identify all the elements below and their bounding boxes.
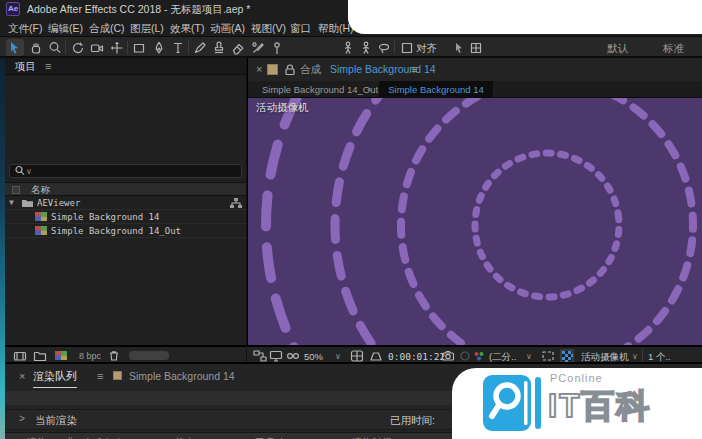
chevron-down-icon: ∨ [26,167,32,176]
viewer-comp-name[interactable]: Simple Background 14 [330,63,436,75]
close-icon[interactable]: × [19,370,25,382]
viewer-panel-label: 合成 [300,63,321,77]
zoom-level-dropdown[interactable]: 50% [304,351,323,362]
toolbar-separator [127,41,128,54]
snap-target-icon[interactable] [467,39,485,56]
subtab-inactive[interactable]: Simple Background 14_Out [262,84,378,95]
triangle-down-icon[interactable]: ▼ [9,198,14,207]
project-item-name: Simple Background 14 [51,212,159,222]
shape-tool-icon[interactable] [130,39,148,56]
type-tool-icon[interactable] [169,39,187,56]
camera-tool-icon[interactable] [88,39,106,56]
chevron-down-icon[interactable]: ∨ [526,352,532,361]
after-effects-window: Ae Adobe After Effects CC 2018 - 无标题项目.a… [0,0,702,439]
lock-icon[interactable] [283,63,297,76]
menu-view[interactable]: 视图(V) [251,22,286,36]
composition-thumb-icon [35,226,47,235]
menu-window[interactable]: 窗口 [290,22,311,36]
rotate-tool-icon[interactable] [69,39,87,56]
project-folder-row[interactable]: ▼ AEViewer [5,196,246,210]
workspace-standard[interactable]: 标准 [663,42,684,56]
tools-toolbar: 对齐 默认 标准 [0,37,702,58]
clone-stamp-tool-icon[interactable] [210,39,228,56]
watermark-title: IT百科 [548,384,651,429]
viewer-sub-tabs: Simple Background 14_Out < Simple Backgr… [248,81,702,98]
elapsed-time-label: 已用时间: [390,414,435,428]
toolbar-separator [65,41,66,54]
tab-render-queue[interactable]: 渲染队列 [33,369,77,388]
workspace-default[interactable]: 默认 [607,42,628,56]
white-corner-overlay [348,0,702,34]
menu-file[interactable]: 文件(F) [8,22,42,36]
brush-tool-icon[interactable] [191,39,209,56]
tab-composition[interactable]: Simple Background 14 [129,370,235,382]
menu-layer[interactable]: 图层(L) [130,22,164,36]
active-camera-overlay: 活动摄像机 [256,101,309,115]
menu-composition[interactable]: 合成(C) [89,22,125,36]
chevron-down-icon[interactable]: ∨ [632,352,638,361]
composition-viewer-panel: × 合成 Simple Background 14 ≡ Simple Backg… [247,58,702,345]
disclosure-icon[interactable]: > [19,413,25,424]
align-label: 对齐 [416,42,437,56]
align-checkbox[interactable] [398,39,416,56]
project-bottom-bar: 8 bpc [5,345,246,362]
search-icon [14,165,26,177]
ripples-svg [248,98,702,345]
project-item-name: Simple Background 14_Out [51,226,181,236]
current-render-label: 当前渲染 [35,414,77,428]
watermark-brand: PConline [550,372,603,384]
puppet-position-pin-icon[interactable] [339,39,357,56]
comp-color-chip [267,64,278,75]
project-item-row[interactable]: Simple Background 14_Out [5,224,246,238]
eraser-tool-icon[interactable] [229,39,247,56]
hand-tool-icon[interactable] [27,39,45,56]
puppet-starch-pin-icon[interactable] [357,39,375,56]
folder-name: AEViewer [37,198,80,208]
chevron-left-icon[interactable]: < [367,85,372,94]
composition-canvas[interactable]: 活动摄像机 [248,98,702,345]
timecode-display[interactable]: 0:00:01:22 [388,351,445,362]
pconline-watermark: PConline IT百科 [452,368,702,439]
puppet-pin-tool-icon[interactable] [268,39,286,56]
viewer-bottom-bar: 50% ∨ 0:00:01:22 (二分.. ∨ 活动摄像机 ∨ 1 个.. [247,345,702,362]
window-title: Adobe After Effects CC 2018 - 无标题项目.aep … [27,3,250,17]
folder-icon [21,198,34,208]
project-panel-header: 项目 ≡ [5,58,246,75]
toolbar-separator [394,41,395,54]
menu-edit[interactable]: 编辑(E) [48,22,83,36]
scrollbar-thumb[interactable] [129,351,169,360]
project-item-row[interactable]: Simple Background 14 [5,210,246,224]
itbaike-logo [483,375,531,431]
chevron-down-icon[interactable]: ∨ [335,352,341,361]
panel-menu-icon[interactable]: ≡ [97,370,103,382]
bit-depth-label[interactable]: 8 bpc [79,351,101,361]
toolbar-separator [188,41,189,54]
close-icon[interactable]: × [256,63,262,75]
flowchart-icon [229,197,242,209]
pen-tool-icon[interactable] [150,39,168,56]
zoom-tool-icon[interactable] [46,39,64,56]
project-panel: 项目 ≡ ∨ 名称 ▼ AEViewer Simple Background 1… [5,58,246,345]
panel-menu-icon[interactable]: ≡ [45,60,51,72]
subtab-active-label: Simple Background 14 [388,84,484,95]
panel-menu-icon[interactable]: ≡ [411,63,417,75]
search-input[interactable]: ∨ [9,164,242,178]
comp-color-chip [113,371,122,380]
app-icon: Ae [6,2,20,16]
subtab-active[interactable]: Simple Background 14 [379,81,493,98]
menu-effect[interactable]: 效果(T) [170,22,204,36]
tab-project[interactable]: 项目 [15,60,36,74]
magnifier-icon [483,375,531,431]
thumbnail-column-chip [12,186,20,194]
project-name-column-header[interactable]: 名称 [5,182,246,196]
snap-cursor-icon[interactable] [450,39,468,56]
toolbar-separator [642,349,643,362]
menu-animation[interactable]: 动画(A) [210,22,245,36]
logo-page-strip [535,377,541,429]
puppet-overlap-icon[interactable] [375,39,393,56]
roto-brush-tool-icon[interactable] [249,39,267,56]
pan-behind-tool-icon[interactable] [108,39,126,56]
viewer-tab-bar: × 合成 Simple Background 14 ≡ [248,58,702,81]
composition-thumb-icon [35,212,47,221]
selection-tool-icon[interactable] [6,39,24,56]
